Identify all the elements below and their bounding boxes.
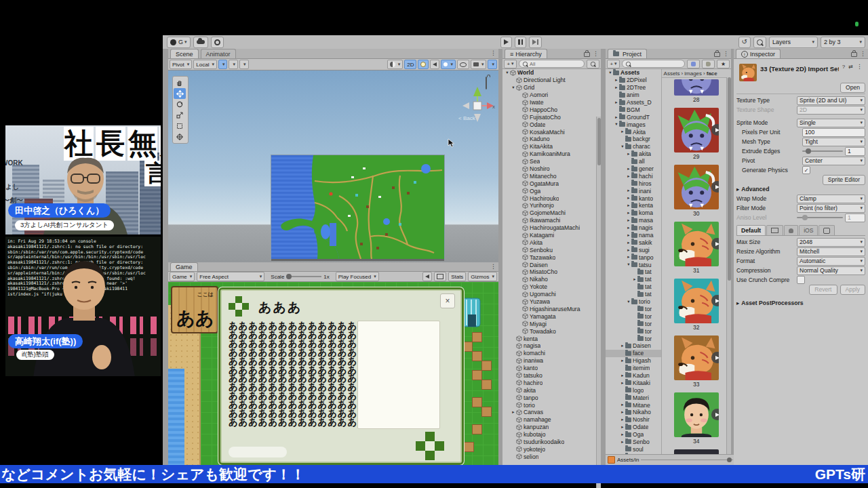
hierarchy-item[interactable]: inaniwa [502,357,601,365]
scene-effects-dropdown[interactable]: ▾ [441,60,456,69]
project-folder[interactable]: tat [606,268,661,276]
project-folder[interactable]: ▸ tanpo [606,253,661,261]
hierarchy-item[interactable]: OgataMura [502,180,601,187]
project-folder[interactable]: ▸ GroundT [606,113,661,121]
hierarchy-search-input[interactable]: All [519,60,585,68]
mute-audio-button[interactable] [422,272,432,281]
breadcrumb-assets[interactable]: Assets [664,70,680,77]
project-folder[interactable]: ▸ Akita [606,128,661,136]
sprite-thumbnail-image[interactable] [674,79,719,96]
expand-arrow-icon[interactable]: ▸ [632,277,637,282]
expand-arrow-icon[interactable]: ▾ [614,122,619,127]
project-folder[interactable]: ▸ Odate [606,424,661,431]
expand-arrow-icon[interactable]: ▸ [614,85,619,90]
pause-button[interactable] [515,37,526,48]
platform-tab-default[interactable]: Default [736,225,766,235]
apply-button[interactable]: Apply [840,285,866,295]
hierarchy-item[interactable]: Yurihonjo [502,202,601,209]
hierarchy-item[interactable]: KosakaMachi [502,128,601,136]
hierarchy-item[interactable]: kenta [502,335,601,342]
expand-arrow-icon[interactable]: ▸ [626,167,631,171]
project-folder[interactable]: ▾ tatsu [606,261,661,268]
shading-mode-dropdown[interactable]: ▾ [387,60,403,69]
layout-dropdown[interactable]: 2 by 3▾ [821,37,865,48]
project-folder[interactable]: logo [606,386,661,394]
hierarchy-item[interactable]: Towadako [502,327,601,335]
project-folder[interactable]: ▸ kanto [606,195,661,202]
platform-tab-ios[interactable]: iOS [799,225,818,235]
compression-dropdown[interactable]: Normal Quality▾ [797,266,865,275]
hierarchy-item[interactable]: HachirougataMachi [502,224,601,232]
project-folder[interactable]: ▸ akita [606,150,661,158]
max-size-dropdown[interactable]: 2048▾ [797,238,865,247]
kebab-menu-icon[interactable]: ⋮ [856,64,863,70]
thumbnail[interactable]: 28 [672,79,721,103]
project-folder[interactable]: ▸ 2DPixel [606,77,661,84]
hierarchy-item[interactable]: nagisa [502,342,601,350]
play-focus-dropdown[interactable]: Play Focused▾ [336,272,379,281]
pivot-dropdown[interactable]: Center▾ [802,157,865,165]
project-folder[interactable]: hiros [606,180,661,187]
project-folder[interactable]: BGM [606,106,661,113]
project-folder[interactable]: ▸ hachi [606,172,661,180]
layers-dropdown[interactable]: Layers▾ [769,37,818,48]
hierarchy-item[interactable]: HigashinaruseMura [502,306,601,313]
hierarchy-item[interactable]: GojomeMachi [502,209,601,217]
platform-tab-web[interactable] [818,225,835,235]
hierarchy-item[interactable]: MisatoCho [502,268,601,276]
sprite-thumbnail-image[interactable] [674,222,719,266]
add-object-button[interactable]: +▾ [504,60,517,68]
hierarchy-item[interactable]: torio [502,401,601,409]
game-viewport[interactable]: ここは ああ [168,282,498,468]
project-folder[interactable]: anim [606,92,661,99]
hierarchy-item[interactable]: Mitanecho [502,172,601,180]
expand-arrow-icon[interactable]: ▸ [620,440,625,445]
texture-type-dropdown[interactable]: Sprite (2D and UI)▾ [797,96,865,105]
expand-arrow-icon[interactable]: ▸ [614,78,619,83]
kebab-menu-icon[interactable]: ⋮ [860,51,866,57]
kebab-menu-icon[interactable]: ⋮ [723,51,729,57]
thumbnail[interactable]: 33 [672,336,721,388]
project-folder[interactable]: tor [606,312,661,320]
expand-arrow-icon[interactable]: ▸ [620,359,625,363]
project-folder[interactable]: ▸ Assets_D [606,99,661,106]
project-folder[interactable]: tor [606,327,661,335]
lock-icon[interactable] [584,52,590,57]
sprite-thumbnail-image[interactable] [674,336,719,380]
hierarchy-item[interactable]: Miyagi [502,320,601,327]
platform-tab-standalone[interactable] [766,225,783,235]
open-button[interactable]: Open [840,83,865,93]
pivot-dropdown[interactable]: Pivot▾ [170,60,192,69]
expand-arrow-icon[interactable]: ▸ [620,381,625,386]
project-folder[interactable]: ▸ Kadun [606,372,661,380]
hierarchy-item[interactable]: hachiro [502,379,601,386]
hierarchy-item[interactable]: selion [502,453,601,460]
sprite-mode-dropdown[interactable]: Single▾ [797,119,865,127]
tab-hierarchy[interactable]: ≡Hierarchy [505,49,547,58]
breadcrumb-face[interactable]: face [707,70,717,77]
extrude-edges-slider[interactable]: 1 [802,148,865,155]
project-folder[interactable]: soul [606,445,661,453]
project-folder[interactable]: ▸ nagis [606,224,661,232]
project-folder[interactable]: ▸ Higash [606,357,661,365]
thumbnail-size-slider[interactable] [641,460,733,460]
extrude-edges-value[interactable]: 1 [845,147,865,156]
game-gizmos-dropdown[interactable]: Gizmos▾ [468,272,497,281]
hierarchy-item[interactable]: Kaduno [502,136,601,143]
tab-game[interactable]: Game [170,262,198,271]
scene-lighting-button[interactable] [418,60,429,69]
project-folder[interactable]: ▾ charac [606,143,661,150]
scene-orientation-gizmo[interactable]: x [458,85,496,129]
sprite-expand-arrow[interactable] [711,409,719,420]
expand-arrow-icon[interactable]: ▸ [626,203,631,208]
revert-button[interactable]: Revert [809,285,837,295]
hierarchy-item[interactable]: tatsuko [502,372,601,380]
project-folder[interactable]: ▸ Nikaho [606,409,661,416]
project-search-input[interactable] [622,60,685,68]
gizmo-lock-icon[interactable] [486,77,487,89]
sprite-thumbnail-image[interactable] [674,108,719,152]
hierarchy-item[interactable]: kanto [502,365,601,372]
expand-arrow-icon[interactable]: ▸ [626,188,631,193]
sprite-thumbnail-image[interactable] [674,279,719,323]
sprite-expand-arrow[interactable] [711,352,719,363]
